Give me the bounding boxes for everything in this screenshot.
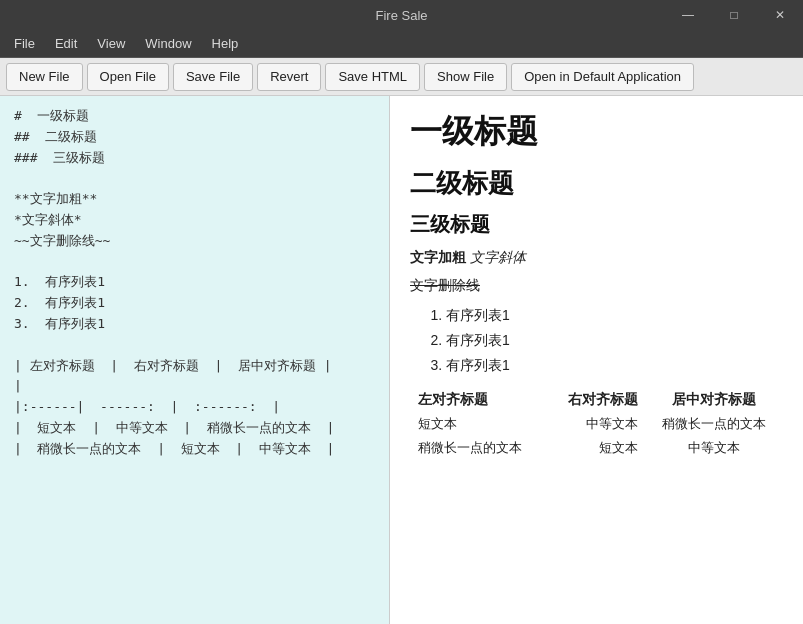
table-cell-2-3: 中等文本 (646, 436, 783, 460)
editor-pane[interactable]: # 一级标题 ## 二级标题 ### 三级标题 **文字加粗** *文字斜体* … (0, 96, 390, 624)
table-cell-2-2: 短文本 (547, 436, 645, 460)
preview-table: 左对齐标题 右对齐标题 居中对齐标题 短文本 中等文本 稍微长一点的文本 稍微长… (410, 388, 783, 460)
menu-window[interactable]: Window (135, 30, 201, 57)
table-row-1: 短文本 中等文本 稍微长一点的文本 (410, 412, 783, 436)
title-bar: Fire Sale — □ ✕ (0, 0, 803, 30)
window-controls: — □ ✕ (665, 0, 803, 30)
table-header-row: 左对齐标题 右对齐标题 居中对齐标题 (410, 388, 783, 412)
revert-button[interactable]: Revert (257, 63, 321, 91)
table-header-1: 左对齐标题 (410, 388, 547, 412)
preview-h2: 二级标题 (410, 166, 783, 201)
open-file-button[interactable]: Open File (87, 63, 169, 91)
preview-bold: 文字加粗 (410, 249, 466, 265)
editor-content: # 一级标题 ## 二级标题 ### 三级标题 **文字加粗** *文字斜体* … (14, 106, 375, 460)
save-file-button[interactable]: Save File (173, 63, 253, 91)
list-item-2: 有序列表1 (446, 328, 783, 353)
table-cell-1-2: 中等文本 (547, 412, 645, 436)
show-file-button[interactable]: Show File (424, 63, 507, 91)
open-default-app-button[interactable]: Open in Default Application (511, 63, 694, 91)
preview-h3: 三级标题 (410, 211, 783, 238)
minimize-button[interactable]: — (665, 0, 711, 30)
menu-file[interactable]: File (4, 30, 45, 57)
table-header-2: 右对齐标题 (547, 388, 645, 412)
main-area: # 一级标题 ## 二级标题 ### 三级标题 **文字加粗** *文字斜体* … (0, 96, 803, 624)
table-header-3: 居中对齐标题 (646, 388, 783, 412)
app-title: Fire Sale (375, 8, 427, 23)
table-cell-1-1: 短文本 (410, 412, 547, 436)
preview-pane: 一级标题 二级标题 三级标题 文字加粗 文字斜体 文字删除线 有序列表1 有序列… (390, 96, 803, 624)
toolbar: New File Open File Save File Revert Save… (0, 58, 803, 96)
preview-h1: 一级标题 (410, 110, 783, 154)
table-cell-2-1: 稍微长一点的文本 (410, 436, 547, 460)
menu-edit[interactable]: Edit (45, 30, 87, 57)
preview-inline-styles: 文字加粗 文字斜体 (410, 246, 783, 268)
preview-strikethrough: 文字删除线 (410, 277, 480, 293)
preview-ordered-list: 有序列表1 有序列表1 有序列表1 (446, 303, 783, 379)
table-row-2: 稍微长一点的文本 短文本 中等文本 (410, 436, 783, 460)
table-cell-1-3: 稍微长一点的文本 (646, 412, 783, 436)
new-file-button[interactable]: New File (6, 63, 83, 91)
maximize-button[interactable]: □ (711, 0, 757, 30)
close-button[interactable]: ✕ (757, 0, 803, 30)
preview-italic: 文字斜体 (470, 249, 526, 265)
menu-view[interactable]: View (87, 30, 135, 57)
menu-bar: File Edit View Window Help (0, 30, 803, 58)
menu-help[interactable]: Help (202, 30, 249, 57)
save-html-button[interactable]: Save HTML (325, 63, 420, 91)
list-item-3: 有序列表1 (446, 353, 783, 378)
preview-strike: 文字删除线 (410, 274, 783, 296)
list-item-1: 有序列表1 (446, 303, 783, 328)
